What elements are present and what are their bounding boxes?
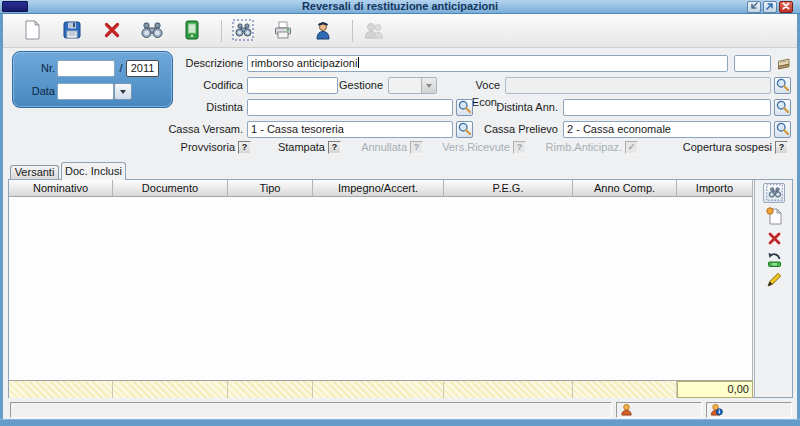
app-window: Reversali di restituzione anticipazioni (0, 0, 800, 426)
provvisoria-label: Provvisoria (160, 141, 235, 154)
gestione-select-disabled (388, 77, 437, 94)
row-delete-button[interactable] (763, 229, 785, 249)
column-header-anno-comp: Anno Comp. (573, 180, 677, 197)
descrizione-label: Descrizione (170, 55, 243, 72)
total-cell (228, 381, 313, 398)
window-border-left (0, 14, 3, 426)
voce-econ-search-button[interactable] (774, 77, 791, 94)
column-header-peg: P.E.G. (444, 180, 573, 197)
total-cell (573, 381, 677, 398)
year-input[interactable]: 2011 (126, 60, 159, 77)
nr-input[interactable] (57, 60, 115, 77)
nr-year-separator: / (116, 60, 126, 77)
binoculars-selection-icon (766, 184, 783, 203)
search-button[interactable] (139, 18, 165, 44)
magnifier-icon (457, 99, 472, 116)
table-body[interactable] (9, 197, 753, 380)
annullata-checkbox-disabled: ? (410, 141, 423, 154)
search-selection-button[interactable] (230, 18, 256, 44)
codifica-input[interactable] (247, 77, 338, 94)
magnifier-icon (775, 77, 790, 94)
text-caret (358, 57, 359, 68)
window-title: Reversali di restituzione anticipazioni (0, 0, 800, 14)
delete-button[interactable] (99, 18, 125, 44)
cassa-versam-label: Cassa Versam. (160, 121, 243, 138)
stampata-label: Stampata (255, 141, 325, 154)
row-add-button[interactable] (763, 207, 785, 227)
arrow-up-right-icon (765, 1, 775, 13)
column-header-documento: Documento (113, 180, 228, 197)
column-header-impegno: Impegno/Accert. (313, 180, 444, 197)
data-dropdown-button[interactable] (114, 83, 132, 100)
descrizione-input[interactable]: rimborso anticipazioni (247, 55, 728, 72)
column-header-nominativo: Nominativo (9, 180, 113, 197)
add-document-icon (766, 207, 783, 227)
copertura-sospesi-label: Copertura sospesi (672, 141, 772, 154)
catalog-button[interactable] (776, 56, 792, 74)
total-cell (313, 381, 444, 398)
rimb-anticipaz-label: Rimb.Anticipaz. (525, 141, 622, 154)
user-button[interactable] (310, 18, 336, 44)
window-border-bottom (0, 419, 800, 426)
binoculars-icon (141, 20, 163, 41)
user-icon (314, 20, 332, 42)
main-toolbar (3, 14, 797, 48)
total-cell (113, 381, 228, 398)
cassa-versam-input[interactable]: 1 - Cassa tesoreria (247, 121, 453, 138)
distinta-search-button[interactable] (456, 99, 473, 116)
save-button[interactable] (59, 18, 85, 44)
status-cell-user-info (706, 402, 792, 418)
cassa-versam-search-button[interactable] (456, 121, 473, 138)
distinta-ann-search-button[interactable] (774, 99, 791, 116)
copertura-sospesi-checkbox[interactable]: ? (775, 141, 788, 154)
doc-inclusi-panel: Nominativo Documento Tipo Impegno/Accert… (8, 179, 793, 398)
total-cell (9, 381, 113, 398)
users-button-disabled (361, 18, 387, 44)
row-undo-button[interactable] (763, 250, 785, 270)
new-document-button[interactable] (19, 18, 45, 44)
undo-icon (766, 251, 783, 270)
maximize-window-button[interactable] (763, 1, 777, 13)
cassa-prelievo-label: Cassa Prelievo (478, 121, 558, 138)
table-header: Nominativo Documento Tipo Impegno/Accert… (9, 180, 753, 197)
user-orange-icon (620, 403, 633, 418)
distinta-ann-input[interactable] (563, 99, 771, 116)
restore-window-button[interactable] (747, 1, 761, 13)
printer-icon (273, 20, 293, 42)
status-cell-message (10, 402, 612, 418)
rimb-anticipaz-checkbox-disabled: ✓ (625, 141, 638, 154)
distinta-label: Distinta (175, 99, 243, 116)
data-input[interactable] (57, 83, 114, 100)
toolbar-separator (221, 20, 222, 42)
new-document-icon (23, 20, 41, 42)
magnifier-icon (775, 121, 790, 138)
tab-doc-inclusi[interactable]: Doc. Inclusi (61, 162, 126, 180)
voce-econ-label: Voce Econ. (448, 77, 500, 94)
users-icon (363, 20, 385, 42)
total-cell (444, 381, 573, 398)
column-header-tipo: Tipo (228, 180, 313, 197)
annullata-label: Annullata (330, 141, 407, 154)
print-button[interactable] (270, 18, 296, 44)
gestione-label: Gestione (336, 77, 383, 94)
close-icon (781, 1, 791, 13)
cassa-prelievo-input[interactable]: 2 - Cassa economale (563, 121, 771, 138)
row-edit-button[interactable] (763, 270, 785, 290)
cassa-prelievo-search-button[interactable] (774, 121, 791, 138)
distinta-input[interactable] (247, 99, 453, 116)
arrow-down-left-icon (749, 1, 759, 13)
toolbar-separator (352, 20, 353, 42)
voce-econ-input-disabled (505, 77, 771, 94)
codifica-label: Codifica (175, 77, 243, 94)
row-search-button[interactable] (763, 183, 785, 203)
title-bar[interactable]: Reversali di restituzione anticipazioni (0, 0, 800, 14)
close-window-button[interactable] (779, 1, 793, 13)
chevron-down-icon (421, 78, 436, 93)
cassa-button[interactable] (179, 18, 205, 44)
provvisoria-checkbox[interactable]: ? (238, 141, 251, 154)
tab-versanti[interactable]: Versanti (10, 165, 59, 179)
total-importo: 0,00 (677, 381, 753, 398)
distinta-ann-label: Distinta Ann. (483, 99, 558, 116)
descrizione-extra-input[interactable] (734, 55, 771, 72)
nr-label: Nr. (20, 60, 55, 77)
